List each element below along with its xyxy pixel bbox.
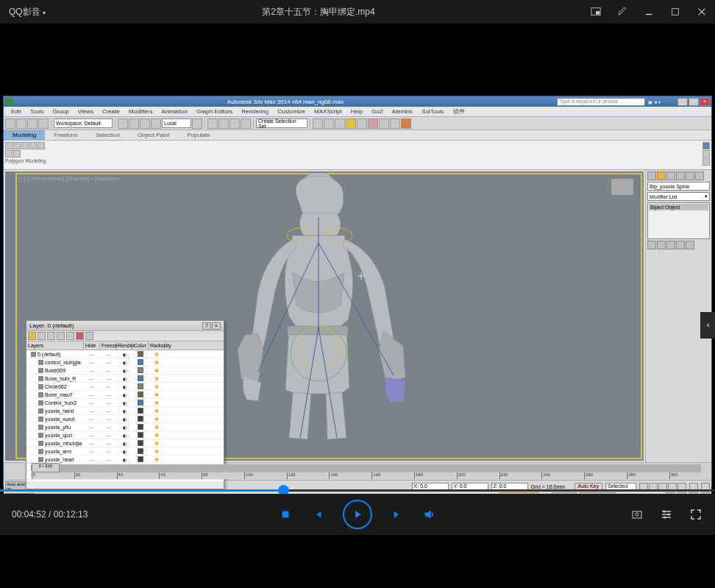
rotate-icon[interactable] xyxy=(140,118,150,129)
curve-editor-icon[interactable] xyxy=(346,118,356,129)
layer-row[interactable]: youxia_yifu——◐ xyxy=(26,423,224,431)
percent-snap-icon[interactable] xyxy=(230,118,240,129)
ribbon-tab-freeform[interactable]: Freeform xyxy=(45,130,86,141)
menu-graph editors[interactable]: Graph Editors xyxy=(192,108,237,115)
max-restore[interactable]: ▫ xyxy=(689,98,699,106)
ribbon-tab-object-paint[interactable]: Object Paint xyxy=(129,130,179,141)
angle-snap-icon[interactable] xyxy=(218,118,229,129)
layer-close-button[interactable]: × xyxy=(212,322,221,330)
menu-软件[interactable]: 软件 xyxy=(449,107,469,116)
render-frame-icon[interactable] xyxy=(390,118,400,129)
new-layer-icon[interactable] xyxy=(28,332,36,340)
configure-icon[interactable] xyxy=(686,241,694,249)
layer-row[interactable]: Bone_hubi_R——◐ xyxy=(26,375,224,383)
ribbon-tab-populate[interactable]: Populate xyxy=(178,130,219,141)
viewport-label[interactable]: [+] [Orthographic] [Shaded] <Disabled> xyxy=(18,175,121,182)
side-collapse-tab[interactable] xyxy=(700,312,715,339)
menu-create[interactable]: Create xyxy=(98,108,124,115)
layer-col-color[interactable]: Color xyxy=(132,341,149,350)
selection-set-dropdown[interactable]: Create Selection Set xyxy=(256,118,307,128)
max-viewport[interactable]: [+] [Orthographic] [Shaded] <Disabled> xyxy=(4,170,645,462)
layer-col-freeze[interactable]: Freeze xyxy=(100,341,116,350)
modify-tab[interactable] xyxy=(657,171,666,180)
show-end-icon[interactable] xyxy=(657,241,666,249)
volume-button[interactable] xyxy=(422,507,437,522)
prev-button[interactable] xyxy=(310,507,325,522)
fullscreen-button[interactable] xyxy=(689,507,703,522)
layer-row[interactable]: 0 (default)——◐ xyxy=(26,350,224,358)
settings-button[interactable] xyxy=(659,507,674,522)
material-icon[interactable] xyxy=(368,118,378,129)
max-search-input[interactable]: Type a keyword or phrase xyxy=(557,98,645,106)
menu-tools[interactable]: Tools xyxy=(26,108,49,115)
align-icon[interactable] xyxy=(324,118,334,129)
pin-stack-icon[interactable] xyxy=(647,241,656,249)
menu-alembic[interactable]: Alembic xyxy=(388,108,417,115)
layer-row[interactable]: control_xiongjia——◐ xyxy=(26,358,224,366)
link-icon[interactable] xyxy=(27,118,38,129)
menu-animation[interactable]: Animation xyxy=(157,108,192,115)
render-setup-icon[interactable] xyxy=(379,118,389,129)
pin-icon[interactable] xyxy=(609,0,636,24)
utilities-tab[interactable] xyxy=(695,171,704,180)
menu-edit[interactable]: Edit xyxy=(7,108,26,115)
menu-rendering[interactable]: Rendering xyxy=(237,108,273,115)
mirror-icon[interactable] xyxy=(313,118,323,129)
layer-list[interactable]: 0 (default)——◐control_xiongjia——◐Bone009… xyxy=(26,350,224,481)
max-close[interactable]: × xyxy=(700,98,710,106)
layer-row[interactable]: youxia_xuezi——◐ xyxy=(26,415,224,423)
menu-views[interactable]: Views xyxy=(74,108,98,115)
layer-col-layers[interactable]: Layers xyxy=(26,341,84,350)
undo-icon[interactable] xyxy=(5,118,15,129)
next-button[interactable] xyxy=(390,507,405,522)
modifier-list-dropdown[interactable]: Modifier List▾ xyxy=(647,192,710,201)
pip-icon[interactable] xyxy=(583,0,609,24)
select-icon[interactable] xyxy=(118,118,128,129)
ribbon-tab-selection[interactable]: Selection xyxy=(87,130,129,141)
menu-soltools[interactable]: SolTools xyxy=(417,108,448,115)
stop-button[interactable] xyxy=(278,507,293,522)
menu-modifiers[interactable]: Modifiers xyxy=(124,108,157,115)
create-tab[interactable] xyxy=(647,171,656,180)
menu-customize[interactable]: Customize xyxy=(273,108,310,115)
max-minimize[interactable]: _ xyxy=(677,98,688,106)
stack-item[interactable]: Biped Object xyxy=(649,204,708,210)
layer-col-render[interactable]: Render xyxy=(116,341,132,350)
screenshot-button[interactable] xyxy=(630,507,644,522)
layer-col-radiosity[interactable]: Radiosity xyxy=(149,341,165,350)
layer-row[interactable]: Bone009——◐ xyxy=(26,366,224,375)
menu-maxscript[interactable]: MAXScript xyxy=(310,108,346,115)
motion-tab[interactable] xyxy=(676,171,685,180)
layer-row[interactable]: Bone_maoT——◐ xyxy=(26,391,224,399)
snap-icon[interactable] xyxy=(207,118,218,129)
layer-row[interactable]: Circle002——◐ xyxy=(26,383,224,391)
time-slider[interactable]: 0 / 315 xyxy=(32,463,60,472)
unlink-icon[interactable] xyxy=(38,118,49,129)
ribbon-tab-modeling[interactable]: Modeling xyxy=(4,130,45,141)
layer-help-button[interactable]: ? xyxy=(202,322,211,330)
menu-help[interactable]: Help xyxy=(346,108,367,115)
layer-row[interactable]: youxia_quzi——◐ xyxy=(26,431,224,439)
schematic-icon[interactable] xyxy=(357,118,367,129)
freeze-unfreeze-icon[interactable] xyxy=(85,332,93,340)
menu-group[interactable]: Group xyxy=(48,108,73,115)
pivot-icon[interactable] xyxy=(192,118,202,129)
make-unique-icon[interactable] xyxy=(666,241,675,249)
scale-icon[interactable] xyxy=(151,118,161,129)
app-name-dropdown[interactable]: QQ影音 ▾ xyxy=(0,6,54,18)
remove-mod-icon[interactable] xyxy=(676,241,685,249)
layer-panel-titlebar[interactable]: Layer: 0 (default) ? × xyxy=(26,321,224,331)
progress-bar[interactable] xyxy=(0,489,715,492)
close-button[interactable] xyxy=(689,0,715,24)
timeline-ruler[interactable]: 0204060801001201401601802002202402602803… xyxy=(32,472,701,479)
select-layer-icon[interactable] xyxy=(57,332,65,340)
layer-row[interactable]: youxia_arm——◐ xyxy=(26,447,224,456)
menu-goz[interactable]: GoZ xyxy=(367,108,388,115)
redo-icon[interactable] xyxy=(16,118,26,129)
delete-layer-icon[interactable] xyxy=(38,332,46,340)
minimize-button[interactable] xyxy=(636,0,662,24)
move-icon[interactable] xyxy=(129,118,139,129)
modifier-stack[interactable]: Biped Object xyxy=(647,202,710,239)
layer-icon[interactable] xyxy=(335,118,345,129)
hide-unhide-icon[interactable] xyxy=(76,332,84,340)
